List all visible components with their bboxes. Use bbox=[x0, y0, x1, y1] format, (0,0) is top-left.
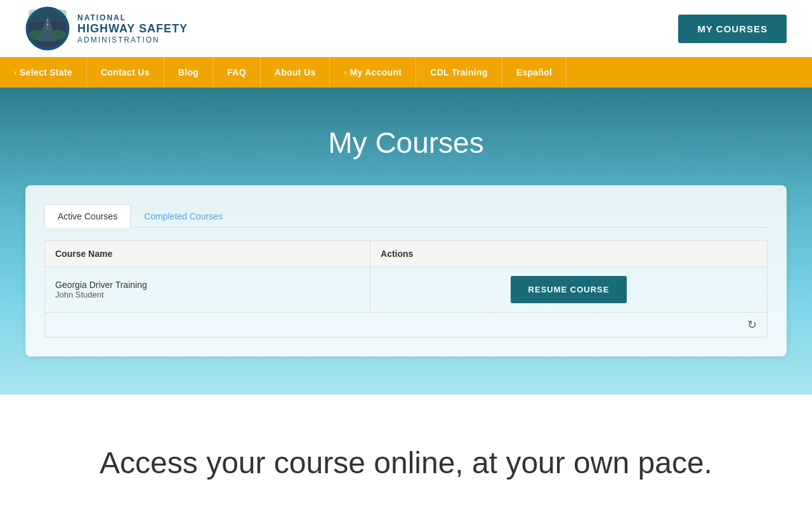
nav-blog[interactable]: Blog bbox=[164, 57, 213, 88]
courses-card: Active Courses Completed Courses Course … bbox=[25, 185, 787, 356]
tab-active-courses[interactable]: Active Courses bbox=[44, 204, 131, 228]
logo-icon bbox=[25, 6, 70, 51]
svg-rect-6 bbox=[29, 10, 67, 22]
svg-point-4 bbox=[29, 30, 44, 40]
chevron-right-icon-account: › bbox=[344, 69, 346, 76]
nav-select-state[interactable]: › Select State bbox=[0, 57, 87, 88]
nav-bar: › Select State Contact Us Blog FAQ About… bbox=[0, 57, 812, 88]
tabs-container: Active Courses Completed Courses bbox=[44, 204, 768, 228]
actions-cell: RESUME COURSE bbox=[370, 267, 768, 313]
course-name-cell: Georgia Driver Training John Student bbox=[45, 267, 370, 313]
nav-faq[interactable]: FAQ bbox=[213, 57, 261, 88]
course-name: Georgia Driver Training bbox=[55, 280, 360, 290]
logo-line2: HIGHWAY SAFETY bbox=[77, 22, 188, 36]
nav-about-us[interactable]: About Us bbox=[261, 57, 331, 88]
my-courses-button[interactable]: MY COURSES bbox=[678, 15, 787, 43]
logo-area: NATIONAL HIGHWAY SAFETY ADMINISTRATION bbox=[25, 6, 188, 51]
site-header: NATIONAL HIGHWAY SAFETY ADMINISTRATION M… bbox=[0, 0, 812, 57]
table-row: Georgia Driver Training John Student RES… bbox=[45, 267, 768, 313]
chevron-right-icon: › bbox=[14, 69, 16, 76]
resume-course-button[interactable]: RESUME COURSE bbox=[511, 276, 627, 303]
refresh-row: ↻ bbox=[45, 313, 768, 337]
nav-my-account[interactable]: › My Account bbox=[330, 57, 416, 88]
col-header-course-name: Course Name bbox=[45, 241, 370, 267]
logo-line1: NATIONAL bbox=[77, 13, 188, 22]
nav-contact-us[interactable]: Contact Us bbox=[87, 57, 164, 88]
bottom-tagline: Access your course online, at your own p… bbox=[25, 445, 787, 480]
refresh-icon[interactable]: ↻ bbox=[747, 318, 757, 331]
courses-table: Course Name Actions Georgia Driver Train… bbox=[44, 240, 768, 337]
nav-cdl-training[interactable]: CDL Training bbox=[416, 57, 502, 88]
logo-line3: ADMINISTRATION bbox=[77, 36, 188, 44]
nav-espanol[interactable]: Español bbox=[502, 57, 567, 88]
hero-section: My Courses Active Courses Completed Cour… bbox=[0, 88, 812, 395]
refresh-cell: ↻ bbox=[45, 313, 768, 337]
logo-text: NATIONAL HIGHWAY SAFETY ADMINISTRATION bbox=[77, 13, 188, 44]
col-header-actions: Actions bbox=[370, 241, 768, 267]
bottom-section: Access your course online, at your own p… bbox=[0, 395, 812, 510]
tab-completed-courses[interactable]: Completed Courses bbox=[131, 204, 236, 228]
table-header-row: Course Name Actions bbox=[45, 241, 768, 267]
svg-point-5 bbox=[51, 30, 66, 40]
page-title: My Courses bbox=[328, 126, 483, 160]
student-name: John Student bbox=[55, 290, 360, 299]
